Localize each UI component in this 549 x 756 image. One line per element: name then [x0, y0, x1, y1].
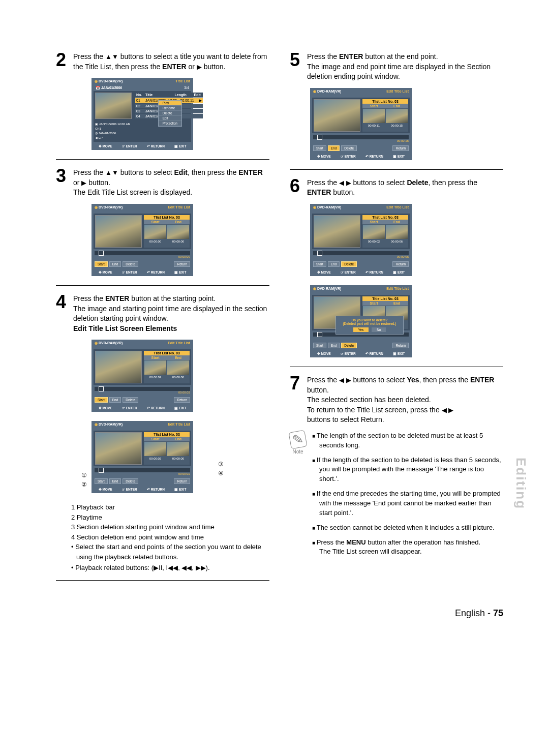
step-number: 4	[56, 293, 73, 334]
note-box: ✎ Note The length of the section to be d…	[290, 431, 503, 562]
screenshot-edit-title-list: DVD-RAM(VR)Edit Title List Tlist List No…	[92, 204, 193, 276]
screenshot-title-list: DVD-RAM(VR)Title List 📅 JAN/01/20063/4 ▣…	[92, 78, 193, 150]
step-text: Press the ◀ ▶ buttons to select Yes, the…	[307, 374, 503, 425]
step-text: Press the ENTER button at the end point.…	[307, 51, 503, 82]
section-tab: Editing	[513, 458, 529, 509]
callout-2: ②	[81, 481, 87, 488]
step-text: Press the ▲▼ buttons to select a title y…	[73, 51, 269, 72]
callout-4: ④	[218, 470, 224, 477]
step-number: 5	[290, 51, 307, 82]
step-text: Press the ◀ ▶ buttons to select Delete, …	[307, 177, 503, 198]
step-number: 3	[56, 167, 73, 198]
step-number: 7	[290, 374, 307, 425]
callout-1: ①	[81, 472, 87, 479]
screenshot-edit-end: DVD-RAM(VR)Edit Title List Tlist List No…	[310, 88, 412, 160]
context-menu: Play Rename Delete Edit Protection	[158, 100, 182, 127]
screenshot-edit-start: DVD-RAM(VR)Edit Title List Tlist List No…	[92, 340, 193, 412]
step-text: Press the ▲▼ buttons to select Edit, the…	[73, 167, 269, 198]
step-number: 2	[56, 51, 73, 72]
screenshot-delete-confirm: DVD-RAM(VR)Edit Title List Title List No…	[310, 285, 412, 357]
screenshot-edit-delete: DVD-RAM(VR)Edit Title List Tlist List No…	[310, 204, 412, 276]
page-footer: English - 75	[56, 608, 503, 619]
callout-3: ③	[218, 461, 224, 468]
step-number: 6	[290, 177, 307, 198]
legend: 1 Playback bar 2 Playtime 3 Section dele…	[71, 502, 269, 542]
screenshot-edit-annotated: DVD-RAM(VR)Edit Title List Tlist List No…	[92, 421, 193, 493]
confirm-dialog: Do you want to delete? (Deleted part wil…	[336, 316, 404, 335]
note-icon: ✎ Note	[290, 431, 306, 562]
legend-bullets: Select the start and end points of the s…	[71, 542, 269, 573]
step-text: Press the ENTER button at the starting p…	[73, 293, 269, 334]
